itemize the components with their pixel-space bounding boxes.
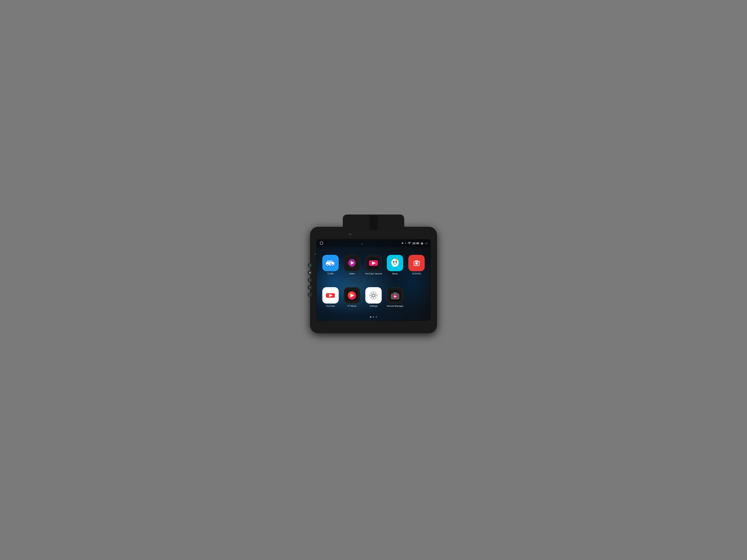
- svg-rect-40: [368, 290, 379, 301]
- vol-up-button[interactable]: 4+: [308, 285, 312, 290]
- chevron-down-icon[interactable]: ⌄: [361, 242, 363, 245]
- xcdvr1-icon[interactable]: [408, 255, 425, 271]
- svg-point-15: [352, 266, 353, 267]
- video-label: Video: [349, 272, 355, 275]
- app-waze[interactable]: Waze: [386, 255, 404, 275]
- app-video[interactable]: Video: [343, 255, 361, 275]
- app-xcdvr1[interactable]: XCDVR1: [407, 255, 426, 275]
- page-dot-2[interactable]: [373, 316, 374, 318]
- back-arrow-icon[interactable]: ◁: [425, 242, 427, 245]
- waze-icon[interactable]: [387, 255, 403, 271]
- youtube-vanced-icon[interactable]: [365, 255, 382, 271]
- vanced-manager-label: Vanced Manager: [387, 305, 404, 307]
- video-icon[interactable]: [344, 255, 360, 271]
- ytmusic-label: YT Music: [347, 305, 357, 307]
- app-grid: TLINK: [321, 250, 426, 312]
- svg-rect-45: [393, 292, 397, 294]
- app-settings[interactable]: Settings: [364, 287, 383, 307]
- vol-down-button[interactable]: 4↓: [308, 292, 312, 297]
- back-button[interactable]: [308, 278, 312, 282]
- status-right: ✱ ⌖ 12:45 ▣ ◁: [402, 242, 427, 245]
- status-left: [320, 242, 323, 245]
- status-time: 12:45: [412, 242, 419, 245]
- car-radio-frame: MIC RST 4+ 4↓: [310, 227, 437, 333]
- svg-point-33: [418, 261, 420, 262]
- tlink-icon[interactable]: [322, 255, 339, 271]
- youtube-label: YouTube: [326, 305, 335, 307]
- svg-rect-10: [331, 263, 331, 264]
- svg-point-30: [415, 262, 418, 264]
- svg-point-14: [350, 266, 351, 267]
- settings-label: Settings: [369, 305, 378, 307]
- side-buttons-panel: 4+ 4↓: [308, 263, 312, 297]
- page-dot-3[interactable]: [376, 316, 377, 318]
- app-tlink[interactable]: TLINK: [321, 255, 340, 275]
- svg-rect-8: [330, 261, 332, 262]
- waze-label: Waze: [392, 272, 398, 275]
- location-icon: ⌖: [405, 242, 406, 245]
- frame-slot: [369, 215, 378, 230]
- svg-point-16: [353, 266, 354, 267]
- svg-point-6: [332, 265, 333, 266]
- app-youtube[interactable]: YouTube: [321, 287, 340, 307]
- svg-point-21: [391, 259, 399, 267]
- xcdvr1-label: XCDVR1: [412, 272, 421, 275]
- youtube-icon[interactable]: [322, 287, 339, 303]
- bluetooth-icon: ✱: [402, 242, 404, 245]
- svg-point-5: [327, 265, 328, 266]
- ytmusic-icon[interactable]: [344, 287, 360, 303]
- power-button[interactable]: [308, 263, 312, 268]
- window-icon: ▣: [421, 242, 423, 245]
- scene: MIC RST 4+ 4↓: [302, 221, 445, 339]
- page-dot-1[interactable]: [370, 316, 371, 318]
- svg-point-26: [396, 259, 398, 261]
- settings-icon[interactable]: [365, 287, 382, 303]
- vanced-manager-icon[interactable]: [387, 287, 403, 303]
- screen: ⌄ ✱ ⌖ 12:45 ▣ ◁: [316, 239, 431, 321]
- tlink-label: TLINK: [327, 272, 334, 275]
- svg-point-0: [409, 244, 410, 244]
- svg-point-25: [396, 261, 397, 262]
- app-vanced-manager[interactable]: Vanced Manager: [386, 287, 404, 307]
- home-circle-icon[interactable]: [320, 242, 323, 245]
- youtube-vanced-label: YouTube Vanced: [365, 272, 382, 275]
- app-ytmusic[interactable]: YT Music: [343, 287, 361, 307]
- page-dots: [370, 316, 377, 318]
- home-button[interactable]: [308, 270, 312, 275]
- wifi-icon: [408, 242, 411, 245]
- app-youtube-vanced[interactable]: YouTube Vanced: [364, 255, 383, 275]
- status-center: ⌄: [361, 242, 363, 245]
- mic-label: MIC: [349, 233, 352, 235]
- svg-rect-7: [328, 261, 330, 262]
- status-bar: ⌄ ✱ ⌖ 12:45 ▣ ◁: [316, 239, 431, 247]
- svg-point-24: [393, 261, 394, 262]
